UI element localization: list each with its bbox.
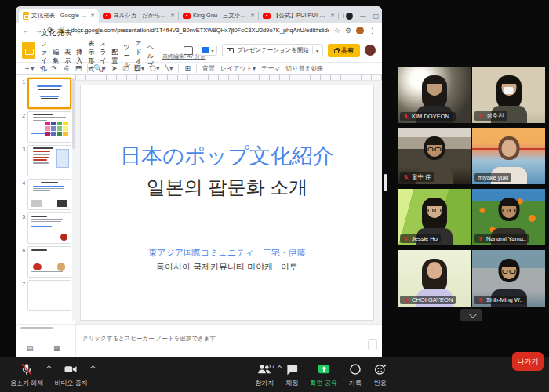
gallery-scroll-down-button[interactable] <box>460 309 482 321</box>
slide-number: 1 <box>19 78 25 109</box>
filmstrip-item-4[interactable]: 4 <box>16 176 75 210</box>
browser-profile-icon[interactable] <box>346 13 353 20</box>
participants-button[interactable]: 17 참가자 <box>249 357 279 392</box>
background-button[interactable]: 背景 <box>202 64 215 73</box>
video-tile-kim-doyeon[interactable]: KIM DOYEON.. <box>398 67 471 123</box>
slide-thumbnail[interactable] <box>27 179 71 210</box>
browser-avatar[interactable] <box>356 27 364 34</box>
extensions-icon[interactable]: ⚙ <box>345 27 351 34</box>
print-icon[interactable]: 🖨 <box>63 65 70 72</box>
insert-line-icon[interactable]: ╲▾ <box>165 65 173 72</box>
text-box-icon[interactable]: ⎚ <box>122 65 128 72</box>
current-slide[interactable]: 日本のポップ文化紹介 일본의 팝문화 소개 東アジア国際コミュニティ 三宅・伊藤… <box>81 85 373 320</box>
comment-history-icon[interactable] <box>184 46 193 55</box>
cloud-status-icon: ☁ <box>94 30 100 36</box>
leave-meeting-button[interactable]: 나가기 <box>512 352 544 371</box>
slide-thumbnail[interactable] <box>27 280 71 311</box>
new-slide-icon[interactable]: ＋▾ <box>24 65 35 72</box>
unmute-button[interactable]: 음소거 해제 <box>5 357 49 392</box>
thumb-line <box>31 226 52 227</box>
zoom-bottom-toolbar: 음소거 해제 비디오 중지 17 참가자 채팅 화면 공유 기록 <box>0 357 549 392</box>
share-screen-button[interactable]: 화면 공유 <box>304 357 342 392</box>
thumb-image <box>31 200 42 207</box>
slides-app-icon[interactable] <box>22 42 35 59</box>
filmstrip-view-icon[interactable]: ▤ <box>27 344 34 352</box>
video-tile-jessie-ho[interactable]: Jessie Ho <box>398 189 471 245</box>
share-gallery-divider-handle[interactable] <box>384 174 387 191</box>
menu-arrange[interactable]: 配置 <box>111 48 118 65</box>
present-to-meeting-button[interactable]: ▾ <box>198 45 217 56</box>
tab-close-icon[interactable]: ✕ <box>250 13 255 19</box>
thumb-line <box>37 85 62 87</box>
toolbar-spacer <box>93 357 249 392</box>
transition-button[interactable]: 切り替え効果 <box>285 64 323 73</box>
menu-view[interactable]: 表示 <box>64 48 71 65</box>
speaker-notes-box[interactable]: クリックするとスピーカー ノートを追加できます <box>75 325 382 357</box>
tab-youtube-molcar[interactable]: 【公式】PUI PUI モルカー 第1話… ✕ <box>259 9 339 23</box>
stop-video-button[interactable]: 비디오 중지 <box>49 357 93 392</box>
thumb-line <box>33 114 53 115</box>
filmstrip-item-5[interactable]: 5 <box>16 210 75 244</box>
slide-title-japanese[interactable]: 日本のポップ文化紹介 <box>81 142 373 170</box>
reactions-button[interactable]: 반응 <box>368 357 393 392</box>
minimize-icon[interactable]: — <box>360 13 366 20</box>
insert-comment-icon[interactable]: ⊞ <box>184 65 191 72</box>
star-icon[interactable]: ☆ <box>76 30 81 36</box>
menu-edit[interactable]: 編集 <box>53 48 59 65</box>
redo-icon[interactable]: ↷ <box>51 65 57 72</box>
filmstrip-item-6[interactable]: 6 <box>16 244 75 278</box>
filmstrip-item-2[interactable]: 2 <box>16 109 75 143</box>
zoom-icon[interactable]: 🔍▾ <box>93 65 106 72</box>
share-button[interactable]: 共有 <box>328 44 360 57</box>
maximize-icon[interactable]: ▢ <box>373 13 380 20</box>
bookmark-star-icon[interactable]: ☆ <box>334 27 340 34</box>
paint-format-icon[interactable]: ⬒ <box>75 65 82 72</box>
video-tile-choi-gayeon[interactable]: CHOI GAYEON <box>398 250 471 307</box>
kebab-menu-icon[interactable]: ⋮ <box>369 27 376 34</box>
account-avatar[interactable] <box>365 45 376 56</box>
filmstrip-hscrollbar[interactable] <box>20 327 53 329</box>
grid-view-icon[interactable]: ▦ <box>53 344 60 352</box>
slide-subtitle-japanese[interactable]: 東アジア国際コミュニティ 三宅・伊藤 <box>81 247 373 259</box>
filmstrip-item-7[interactable]: 7 <box>16 278 75 311</box>
move-folder-icon[interactable]: 🗀 <box>85 30 90 35</box>
tab-youtube-yorushika[interactable]: ヨルシカ - だから僕は音楽を辞めた… ✕ <box>99 9 179 23</box>
filmstrip-scrollbar-thumb[interactable] <box>72 78 75 149</box>
slide-thumbnail-selected[interactable] <box>27 78 71 109</box>
video-tile-nanami-yama[interactable]: Nanami Yama.. <box>472 189 545 245</box>
slide-thumbnail[interactable] <box>27 212 71 244</box>
tab-close-icon[interactable]: ✕ <box>170 13 175 19</box>
video-tile-jeong-hojin[interactable]: 정호진 <box>472 67 545 123</box>
slide-subtitle-korean[interactable]: 동아시아 국제커뮤니티 미야케 · 이토 <box>81 261 373 273</box>
tab-close-icon[interactable]: ✕ <box>330 13 335 19</box>
youtube-favicon-icon <box>183 13 191 19</box>
video-tile-miyake-yuki-active-speaker[interactable]: miyake yuki <box>472 128 545 184</box>
notes-expand-button[interactable] <box>368 339 377 350</box>
slide-thumbnail[interactable] <box>27 246 71 278</box>
insert-image-icon[interactable]: 🖼▾ <box>134 65 145 72</box>
slide-thumbnail[interactable] <box>27 111 71 143</box>
slides-header-actions: ▾ プレゼンテーションを開始 ▾ 共有 <box>184 44 376 57</box>
document-title[interactable]: 文化発表 <box>41 27 72 38</box>
insert-shape-icon[interactable]: ⬡▾ <box>150 65 159 72</box>
tab-close-icon[interactable]: ✕ <box>90 13 95 19</box>
undo-icon[interactable]: ↶ <box>40 65 46 72</box>
record-button[interactable]: 기록 <box>343 357 368 392</box>
menu-insert[interactable]: 挿入 <box>76 48 82 65</box>
select-cursor-icon[interactable]: ➤ <box>111 65 118 72</box>
slide-thumbnail[interactable] <box>27 145 71 176</box>
muted-mic-icon <box>403 174 409 180</box>
chat-button[interactable]: 채팅 <box>279 357 304 392</box>
start-presentation-button[interactable]: プレゼンテーションを開始 ▾ <box>222 44 323 56</box>
filmstrip-item-1[interactable]: 1 <box>16 75 75 109</box>
theme-button[interactable]: テーマ <box>261 64 280 73</box>
layout-button[interactable]: レイアウト▾ <box>220 64 256 73</box>
slide-title-korean[interactable]: 일본의 팝문화 소개 <box>81 175 373 200</box>
back-icon[interactable]: ← <box>22 27 30 34</box>
filmstrip-item-3[interactable]: 3 <box>16 143 75 176</box>
tab-slides[interactable]: 文化発表 - Google スライド ✕ <box>19 9 99 23</box>
tab-youtube-kinggnu[interactable]: King Gnu - 三文小説 - YouTube ✕ <box>179 9 259 23</box>
video-tile-shih-ming[interactable]: Shih-Ming W.. <box>472 250 545 307</box>
video-tile-hatakenaka[interactable]: 畠中 伴 <box>398 128 471 184</box>
chevron-down-icon[interactable]: ▾ <box>316 48 318 53</box>
